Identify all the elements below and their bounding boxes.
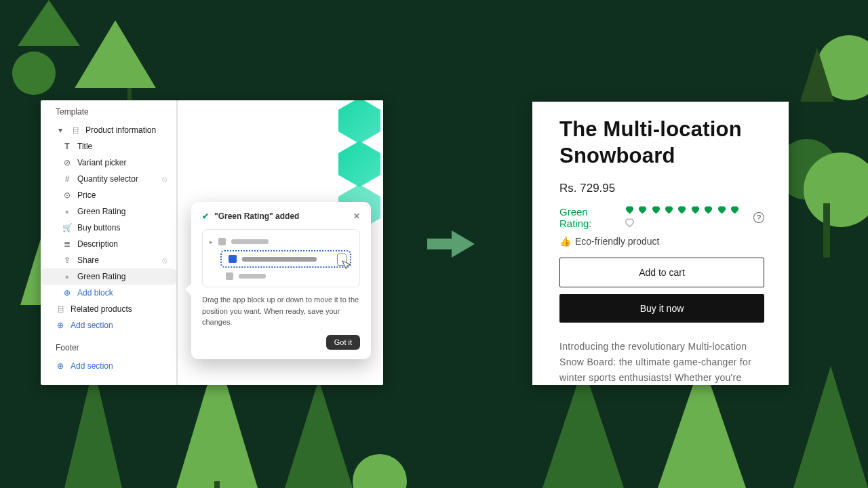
green-rating: Green Rating: ? — [559, 205, 764, 230]
sidebar-item-label: Share — [77, 256, 99, 265]
sidebar-item-label: Green Rating — [77, 272, 125, 281]
plus-circle-icon: ⊕ — [56, 361, 65, 371]
sidebar-item-quantity[interactable]: # Quantity selector ⦸ — [41, 171, 176, 187]
rating-hearts — [625, 205, 751, 230]
product-description: Introducing the revolutionary Multi-loca… — [559, 339, 764, 386]
sidebar-item-related-products[interactable]: ⌸ Related products — [41, 301, 176, 317]
svg-marker-0 — [18, 0, 80, 46]
cursor-icon — [340, 260, 353, 272]
heart-filled-icon — [651, 205, 661, 215]
popover-arrow — [185, 283, 191, 296]
eco-badge: 👍 Eco-friendly product — [559, 236, 764, 247]
heart-filled-icon — [637, 205, 648, 215]
sidebar-item-label: Description — [77, 239, 118, 249]
sidebar-item-share[interactable]: ⇪ Share ⦸ — [41, 252, 176, 268]
sidebar-item-label: Title — [77, 142, 92, 151]
sidebar-item-label: Green Rating — [77, 207, 125, 216]
check-circle-icon: ✔ — [202, 211, 209, 221]
arrow-right-icon — [427, 224, 475, 264]
section-icon: ⌸ — [56, 304, 65, 314]
sidebar-item-label: Add section — [71, 321, 113, 330]
theme-editor-panel: Template ▾ ⌸ Product information T Title… — [41, 100, 383, 385]
theme-preview: ✔ "Green Rating" added ✕ ▸ Drag the app … — [176, 100, 383, 385]
heart-filled-icon — [677, 205, 687, 215]
buy-now-button[interactable]: Buy it now — [559, 294, 764, 323]
add-block-link[interactable]: ⊕ Add block — [41, 285, 176, 301]
eye-off-icon: ⦸ — [160, 174, 170, 184]
svg-point-9 — [353, 454, 407, 488]
sidebar-item-label: Related products — [71, 304, 132, 314]
svg-marker-12 — [793, 366, 868, 488]
sidebar-product-information[interactable]: ▾ ⌸ Product information — [41, 122, 176, 138]
drag-illustration: ▸ — [202, 229, 360, 287]
sidebar-item-title[interactable]: T Title — [41, 138, 176, 155]
svg-rect-7 — [214, 481, 220, 488]
sidebar-item-description[interactable]: ≣ Description — [41, 236, 176, 252]
sidebar-item-green-rating-selected[interactable]: ■ Green Rating — [41, 268, 176, 285]
block-icon: ■ — [62, 207, 72, 216]
heart-filled-icon — [664, 205, 674, 215]
popover-block-added: ✔ "Green Rating" added ✕ ▸ Drag the app … — [191, 202, 371, 359]
popover-title: "Green Rating" added — [214, 211, 299, 221]
sidebar-item-green-rating[interactable]: ■ Green Rating — [41, 203, 176, 220]
svg-marker-8 — [285, 380, 353, 488]
got-it-button[interactable]: Got it — [326, 335, 360, 350]
add-section-link[interactable]: ⊕ Add section — [41, 317, 176, 333]
sidebar: Template ▾ ⌸ Product information T Title… — [41, 100, 176, 385]
heart-empty-icon — [625, 218, 635, 228]
footer-heading: Footer — [41, 333, 176, 358]
svg-point-1 — [12, 52, 56, 95]
circle-slash-icon: ⊘ — [62, 158, 72, 167]
rating-label: Green Rating: — [559, 206, 622, 229]
sidebar-item-buy-buttons[interactable]: 🛒 Buy buttons — [41, 220, 176, 236]
thumbs-up-icon: 👍 — [559, 236, 571, 247]
sidebar-item-price[interactable]: ⊙ Price — [41, 187, 176, 203]
sidebar-item-label: Add block — [77, 288, 113, 298]
eye-off-icon: ⦸ — [160, 256, 170, 265]
section-icon: ⌸ — [71, 125, 80, 135]
help-icon[interactable]: ? — [753, 212, 764, 223]
chevron-down-icon: ▾ — [56, 125, 65, 135]
svg-marker-18 — [338, 100, 380, 144]
heart-filled-icon — [703, 205, 713, 215]
hash-icon: # — [62, 174, 72, 184]
svg-marker-19 — [338, 141, 380, 187]
product-title: The Multi-location Snowboard — [559, 117, 764, 169]
svg-point-16 — [816, 35, 868, 100]
svg-point-14 — [804, 152, 868, 227]
block-icon: ■ — [62, 272, 72, 281]
sidebar-label: Product information — [85, 125, 156, 135]
add-section-footer-link[interactable]: ⊕ Add section — [41, 358, 176, 374]
eco-text: Eco-friendly product — [575, 236, 660, 247]
svg-marker-17 — [800, 47, 834, 102]
close-icon[interactable]: ✕ — [353, 211, 360, 221]
cart-icon: 🛒 — [62, 223, 72, 232]
popover-description: Drag the app block up or down to move it… — [202, 294, 360, 328]
price-tag-icon: ⊙ — [62, 190, 72, 200]
heart-filled-icon — [717, 205, 727, 215]
svg-rect-15 — [823, 203, 830, 258]
plus-circle-icon: ⊕ — [56, 321, 65, 330]
heart-filled-icon — [625, 205, 635, 215]
add-to-cart-button[interactable]: Add to cart — [559, 258, 764, 287]
plus-circle-icon: ⊕ — [62, 288, 72, 298]
heart-filled-icon — [690, 205, 701, 215]
share-icon: ⇪ — [62, 256, 72, 265]
sidebar-item-label: Buy buttons — [77, 223, 120, 232]
sidebar-item-label: Price — [77, 190, 96, 200]
svg-marker-2 — [75, 20, 156, 88]
sidebar-item-variant-picker[interactable]: ⊘ Variant picker — [41, 155, 176, 171]
heart-filled-icon — [730, 205, 740, 215]
sidebar-item-label: Quantity selector — [77, 174, 138, 184]
product-price: Rs. 729.95 — [559, 182, 764, 195]
paragraph-icon: ≣ — [62, 239, 72, 249]
sidebar-item-label: Variant picker — [77, 158, 126, 167]
template-heading: Template — [41, 100, 176, 122]
text-icon: T — [62, 142, 72, 151]
product-card: The Multi-location Snowboard Rs. 729.95 … — [532, 102, 789, 385]
sidebar-item-label: Add section — [71, 361, 113, 371]
